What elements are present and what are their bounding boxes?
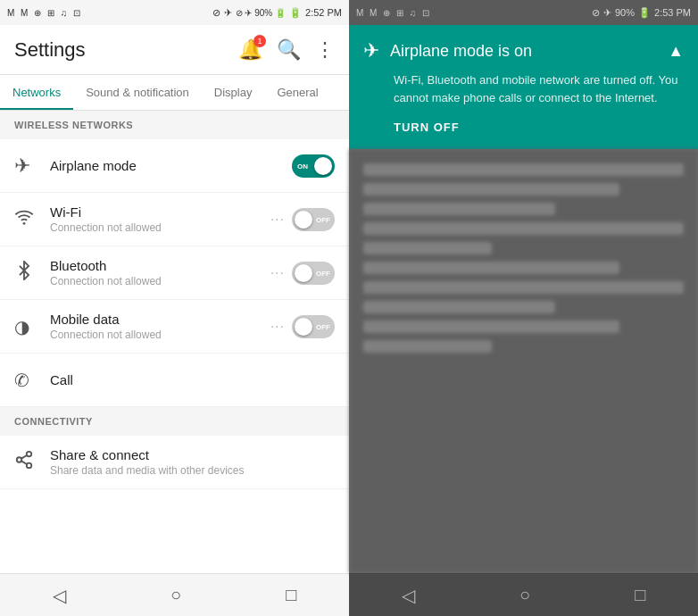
turn-off-button[interactable]: TURN OFF [394, 121, 460, 134]
svg-point-2 [17, 457, 22, 462]
bluetooth-icon [14, 261, 50, 286]
wifi-dots[interactable]: ··· [270, 212, 285, 228]
home-button-right[interactable]: ○ [519, 585, 530, 605]
battery-icon: 🔋 [289, 7, 302, 19]
settings-header: Settings 🔔 1 🔍 ⋮ [0, 25, 349, 75]
mobile-toggle-label: OFF [316, 322, 330, 330]
wireless-networks-header: WIRELESS NETWORKS [0, 111, 349, 139]
wifi-title: Wi-Fi [50, 204, 270, 220]
wifi-toggle-knob [295, 211, 312, 229]
right-battery: 🔋 [638, 7, 651, 19]
battery-percent: ⊘ ✈ 90% 🔋 [236, 8, 286, 18]
blur-line-2 [363, 183, 619, 196]
connectivity-header: CONNECTIVITY [0, 407, 349, 436]
blur-line-9 [363, 320, 619, 333]
call-text: Call [50, 372, 335, 387]
more-options-button[interactable]: ⋮ [315, 38, 335, 62]
chevron-up-icon[interactable]: ▲ [668, 42, 684, 61]
settings-tabs: Networks Sound & notification Display Ge… [0, 75, 349, 111]
search-button[interactable]: 🔍 [277, 38, 301, 62]
back-button-left[interactable]: ◁ [53, 585, 66, 606]
back-button-right[interactable]: ◁ [402, 585, 415, 606]
bluetooth-toggle[interactable]: OFF [292, 262, 335, 285]
svg-point-3 [27, 462, 32, 468]
right-time: 2:53 PM [654, 7, 691, 18]
right-status-right: ⊘ ✈ 90% 🔋 2:53 PM [592, 7, 691, 19]
page-title: Settings [14, 38, 238, 62]
settings-scroll-area[interactable]: WIRELESS NETWORKS ✈ Airplane mode ON [0, 111, 349, 573]
blur-line-10 [363, 340, 492, 353]
airplane-toggle[interactable]: ON [292, 154, 335, 178]
right-no-sound: ⊘ [592, 7, 600, 19]
right-airplane-icon: ✈ [603, 7, 611, 19]
mobile-toggle[interactable]: OFF [292, 315, 335, 338]
notification-action-area: TURN OFF [363, 119, 684, 135]
left-panel: M M ⊕ ⊞ ♫ ⊡ ⊘ ✈ ⊘ ✈ 90% 🔋 🔋 2:52 PM Sett… [0, 0, 349, 616]
right-panel: M M ⊕ ⊞ ♫ ⊡ ⊘ ✈ 90% 🔋 2:53 PM ✈ Airplane… [349, 0, 698, 616]
notification-body: Wi-Fi, Bluetooth and mobile network are … [363, 71, 684, 106]
bluetooth-subtitle: Connection not allowed [50, 275, 270, 287]
left-status-right: ⊘ ✈ ⊘ ✈ 90% 🔋 🔋 2:52 PM [212, 7, 342, 19]
left-status-icons: M M ⊕ ⊞ ♫ ⊡ [7, 8, 82, 18]
mobile-data-right: ··· OFF [270, 315, 335, 338]
mobile-data-text: Mobile data Connection not allowed [50, 312, 270, 341]
list-item-call[interactable]: ✆ Call [0, 354, 349, 407]
mobile-data-icon: ◑ [14, 316, 50, 337]
notifications-button[interactable]: 🔔 1 [238, 38, 262, 62]
notification-header: ✈ Airplane mode is on ▲ [363, 39, 684, 62]
airplane-icon: ✈ [14, 154, 50, 178]
mobile-data-title: Mobile data [50, 312, 270, 327]
no-sound-icon: ⊘ [212, 7, 220, 19]
list-item-bluetooth[interactable]: Bluetooth Connection not allowed ··· OFF [0, 246, 349, 300]
mobile-dots[interactable]: ··· [270, 319, 285, 335]
blur-line-7 [363, 281, 684, 294]
notification-badge: 1 [253, 35, 266, 47]
wifi-subtitle: Connection not allowed [50, 221, 270, 234]
blur-line-6 [363, 262, 619, 274]
blur-line-1 [363, 163, 684, 176]
bluetooth-dots[interactable]: ··· [270, 265, 285, 281]
bluetooth-text: Bluetooth Connection not allowed [50, 258, 270, 287]
notification-title: Airplane mode is on [390, 42, 668, 61]
wifi-text: Wi-Fi Connection not allowed [50, 204, 270, 234]
recent-button-left[interactable]: □ [286, 585, 296, 605]
share-connect-title: Share & connect [50, 447, 335, 462]
list-item-mobile-data[interactable]: ◑ Mobile data Connection not allowed ···… [0, 300, 349, 354]
svg-line-5 [21, 454, 27, 458]
tab-networks[interactable]: Networks [0, 75, 73, 110]
blur-line-5 [363, 242, 492, 254]
right-bottom-nav: ◁ ○ □ [349, 573, 698, 616]
list-item-airplane[interactable]: ✈ Airplane mode ON [0, 139, 349, 193]
bluetooth-toggle-label: OFF [316, 269, 330, 277]
home-button-left[interactable]: ○ [170, 585, 181, 605]
tab-display[interactable]: Display [202, 75, 265, 110]
bluetooth-right: ··· OFF [270, 262, 335, 285]
status-app-icons: M M ⊕ ⊞ ♫ ⊡ [7, 8, 82, 18]
notification-card: ✈ Airplane mode is on ▲ Wi-Fi, Bluetooth… [349, 25, 698, 149]
mobile-toggle-knob [295, 318, 312, 336]
list-item-wifi[interactable]: Wi-Fi Connection not allowed ··· OFF [0, 193, 349, 246]
svg-line-4 [21, 461, 27, 464]
wifi-toggle[interactable]: OFF [292, 208, 335, 231]
bluetooth-title: Bluetooth [50, 258, 270, 273]
airplane-toggle-area: ON [292, 154, 335, 178]
call-icon: ✆ [14, 370, 50, 391]
notification-airplane-icon: ✈ [363, 39, 379, 62]
list-item-share-connect[interactable]: Share & connect Share data and media wit… [0, 436, 349, 489]
blurred-background [349, 149, 698, 573]
recent-button-right[interactable]: □ [635, 585, 645, 605]
header-actions: 🔔 1 🔍 ⋮ [238, 38, 335, 62]
airplane-status-icon: ✈ [224, 7, 232, 19]
blur-line-4 [363, 222, 684, 235]
tab-general[interactable]: General [264, 75, 330, 110]
blur-line-8 [363, 301, 555, 313]
left-status-bar: M M ⊕ ⊞ ♫ ⊡ ⊘ ✈ ⊘ ✈ 90% 🔋 🔋 2:52 PM [0, 0, 349, 25]
share-connect-text: Share & connect Share data and media wit… [50, 447, 335, 477]
right-battery-pct: 90% [615, 7, 635, 18]
wifi-right: ··· OFF [270, 208, 335, 231]
left-bottom-nav: ◁ ○ □ [0, 573, 349, 616]
mobile-data-subtitle: Connection not allowed [50, 329, 270, 341]
tab-sound[interactable]: Sound & notification [73, 75, 202, 110]
blur-line-3 [363, 203, 555, 215]
call-title: Call [50, 372, 335, 387]
